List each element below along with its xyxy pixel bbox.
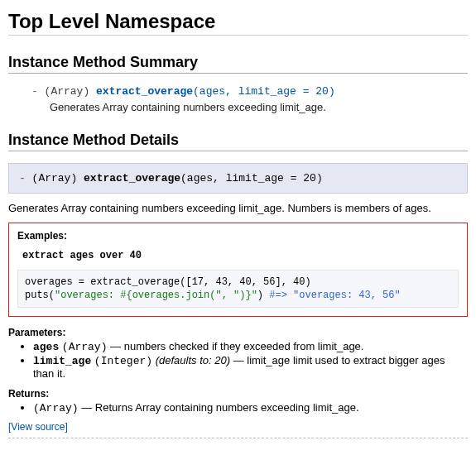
code-comment: #=> "overages: 43, 56"	[269, 290, 400, 301]
return-item: (Array) — Returns Array containing numbe…	[33, 401, 468, 414]
signature-dash: -	[19, 172, 32, 184]
returns-list: (Array) — Returns Array containing numbe…	[22, 401, 468, 414]
param-name: limit_age	[33, 355, 91, 367]
signature-method-name: extract_overage	[96, 85, 193, 98]
signature-args: (ages, limit_age = 20)	[193, 85, 335, 98]
examples-box: Examples: extract ages over 40 overages …	[8, 223, 468, 317]
method-summary-item: - (Array) extract_overage(ages, limit_ag…	[31, 85, 468, 113]
returns-label: Returns:	[8, 388, 468, 400]
parameters-list: ages (Array) — numbers checked if they e…	[22, 340, 468, 380]
method-link[interactable]: extract_overage(ages, limit_age = 20)	[96, 85, 335, 98]
method-summary-signature: - (Array) extract_overage(ages, limit_ag…	[31, 85, 468, 98]
signature-args: (ages, limit_age = 20)	[180, 172, 323, 184]
section-summary-title: Instance Method Summary	[8, 54, 468, 74]
parameter-item: limit_age (Integer) (defaults to: 20) — …	[33, 354, 468, 380]
code-line-2a: puts(	[25, 290, 55, 301]
code-string: "overages: #{overages.join(", ")}"	[55, 290, 257, 301]
return-type: (Array)	[33, 402, 79, 414]
signature-return-type: (Array)	[32, 172, 84, 184]
signature-method-name: extract_overage	[84, 172, 180, 184]
section-details-title: Instance Method Details	[8, 132, 468, 151]
code-block: overages = extract_overage([17, 43, 40, …	[17, 270, 459, 308]
examples-label: Examples:	[17, 230, 459, 242]
code-line-1: overages = extract_overage([17, 43, 40, …	[25, 276, 311, 288]
param-default: (defaults to: 20)	[156, 354, 230, 366]
view-source-link[interactable]: View source	[11, 421, 65, 433]
page-title: Top Level Namespace	[8, 10, 468, 36]
divider	[8, 438, 468, 438]
param-name: ages	[33, 341, 59, 353]
param-type: (Integer)	[94, 355, 152, 367]
method-description: Generates Array containing numbers excee…	[8, 202, 468, 214]
signature-dash: -	[31, 85, 45, 98]
example-caption: extract ages over 40	[22, 250, 459, 261]
parameter-item: ages (Array) — numbers checked if they e…	[33, 340, 468, 353]
param-type: (Array)	[62, 341, 108, 353]
method-signature-box: - (Array) extract_overage(ages, limit_ag…	[8, 163, 468, 194]
code-line-2b: )	[257, 290, 269, 301]
method-summary-description: Generates Array containing numbers excee…	[50, 101, 468, 113]
return-desc: — Returns Array containing numbers excee…	[79, 401, 359, 414]
parameters-label: Parameters:	[8, 327, 468, 338]
signature-return-type: (Array)	[45, 85, 96, 98]
view-source-container: [View source]	[8, 421, 468, 433]
param-desc: — numbers checked if they exceeded from …	[107, 340, 363, 352]
